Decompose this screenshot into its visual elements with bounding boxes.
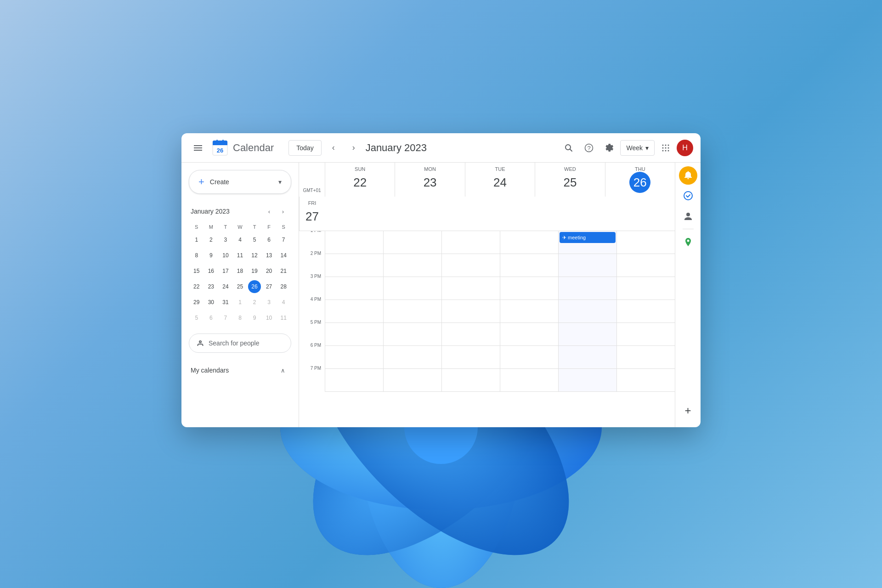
mini-cal-day[interactable]: 15 [190, 265, 203, 277]
day-number[interactable]: 25 [560, 172, 581, 193]
time-slot[interactable] [558, 254, 616, 277]
mini-cal-day[interactable]: 3 [219, 233, 232, 246]
mini-cal-day[interactable]: 2 [248, 296, 261, 309]
time-slot[interactable] [500, 277, 558, 300]
time-slot[interactable] [383, 323, 441, 346]
mini-cal-day[interactable]: 4 [233, 233, 246, 246]
day-number[interactable]: 23 [419, 172, 441, 193]
mini-cal-day[interactable]: 5 [190, 311, 203, 324]
search-button[interactable] [560, 139, 578, 157]
time-slot[interactable] [616, 300, 675, 323]
calendars-expand-button[interactable]: ∧ [277, 364, 289, 377]
time-slot[interactable] [616, 346, 675, 369]
time-slot[interactable] [500, 369, 558, 392]
menu-button[interactable] [189, 139, 207, 157]
time-slot[interactable] [441, 369, 500, 392]
time-slot[interactable] [616, 231, 675, 254]
apps-button[interactable] [656, 139, 675, 157]
time-slot[interactable] [500, 300, 558, 323]
mini-cal-day[interactable]: 10 [219, 249, 232, 262]
mini-cal-day[interactable]: 24 [219, 280, 232, 293]
mini-cal-day[interactable]: 10 [263, 311, 276, 324]
add-fab-button[interactable]: + [679, 401, 697, 420]
mini-cal-day[interactable]: 8 [190, 249, 203, 262]
mini-cal-day[interactable]: 16 [204, 265, 217, 277]
mini-cal-day[interactable]: 11 [233, 249, 246, 262]
next-button[interactable]: › [345, 140, 362, 156]
mini-cal-day[interactable]: 11 [277, 311, 290, 324]
time-slot[interactable] [500, 323, 558, 346]
time-slot[interactable] [383, 254, 441, 277]
time-grid[interactable]: 1 PM✈ meeting2 PM3 PM4 PM5 PM6 PM7 PM [299, 231, 675, 427]
time-slot[interactable] [558, 369, 616, 392]
time-slot[interactable] [500, 231, 558, 254]
mini-cal-prev[interactable]: ‹ [263, 205, 276, 218]
time-slot[interactable] [441, 231, 500, 254]
mini-cal-day[interactable]: 12 [248, 249, 261, 262]
mini-cal-day[interactable]: 25 [233, 280, 246, 293]
day-number[interactable]: 26 [629, 172, 650, 193]
time-slot[interactable] [383, 346, 441, 369]
search-people[interactable]: Search for people [189, 334, 291, 353]
time-slot[interactable] [441, 254, 500, 277]
mini-cal-day[interactable]: 7 [219, 311, 232, 324]
time-slot[interactable] [325, 254, 383, 277]
time-slot[interactable] [325, 300, 383, 323]
settings-button[interactable] [600, 139, 618, 157]
time-slot[interactable]: ✈ meeting [558, 231, 616, 254]
mini-cal-day[interactable]: 1 [190, 233, 203, 246]
time-slot[interactable] [325, 277, 383, 300]
mini-cal-day[interactable]: 4 [277, 296, 290, 309]
time-slot[interactable] [325, 346, 383, 369]
mini-cal-day[interactable]: 3 [263, 296, 276, 309]
time-slot[interactable] [558, 346, 616, 369]
mini-cal-day[interactable]: 9 [204, 249, 217, 262]
notification-icon-button[interactable] [679, 166, 697, 185]
mini-cal-day[interactable]: 5 [248, 233, 261, 246]
mini-cal-day[interactable]: 26 [248, 280, 261, 293]
mini-cal-day[interactable]: 14 [277, 249, 290, 262]
time-slot[interactable] [441, 277, 500, 300]
time-slot[interactable] [616, 277, 675, 300]
mini-cal-day[interactable]: 23 [204, 280, 217, 293]
time-slot[interactable] [441, 346, 500, 369]
day-number[interactable]: 22 [350, 172, 371, 193]
time-slot[interactable] [441, 300, 500, 323]
today-button[interactable]: Today [288, 140, 321, 156]
mini-cal-day[interactable]: 18 [233, 265, 246, 277]
avatar[interactable]: H [677, 140, 693, 156]
mini-cal-day[interactable]: 22 [190, 280, 203, 293]
mini-cal-day[interactable]: 21 [277, 265, 290, 277]
time-slot[interactable] [383, 369, 441, 392]
time-slot[interactable] [558, 323, 616, 346]
mini-cal-next[interactable]: › [277, 205, 289, 218]
mini-cal-day[interactable]: 1 [233, 296, 246, 309]
mini-cal-day[interactable]: 9 [248, 311, 261, 324]
time-slot[interactable] [616, 254, 675, 277]
day-number[interactable]: 24 [489, 172, 510, 193]
day-number[interactable]: 27 [302, 206, 323, 227]
mini-cal-day[interactable]: 19 [248, 265, 261, 277]
mini-cal-day[interactable]: 8 [233, 311, 246, 324]
maps-icon-button[interactable] [679, 233, 697, 251]
mini-cal-day[interactable]: 29 [190, 296, 203, 309]
mini-cal-day[interactable]: 28 [277, 280, 290, 293]
view-selector[interactable]: Week ▾ [620, 140, 655, 156]
mini-cal-day[interactable]: 20 [263, 265, 276, 277]
time-slot[interactable] [616, 369, 675, 392]
contacts-icon-button[interactable] [679, 207, 697, 225]
time-slot[interactable] [500, 346, 558, 369]
time-slot[interactable] [325, 231, 383, 254]
tasks-icon-button[interactable] [679, 187, 697, 205]
mini-cal-day[interactable]: 7 [277, 233, 290, 246]
mini-cal-day[interactable]: 31 [219, 296, 232, 309]
create-button[interactable]: + Create ▾ [189, 170, 291, 194]
mini-cal-day[interactable]: 6 [204, 311, 217, 324]
mini-cal-day[interactable]: 30 [204, 296, 217, 309]
mini-cal-day[interactable]: 6 [263, 233, 276, 246]
mini-cal-day[interactable]: 17 [219, 265, 232, 277]
mini-cal-day[interactable]: 2 [204, 233, 217, 246]
time-slot[interactable] [500, 254, 558, 277]
time-slot[interactable] [441, 323, 500, 346]
time-slot[interactable] [383, 277, 441, 300]
